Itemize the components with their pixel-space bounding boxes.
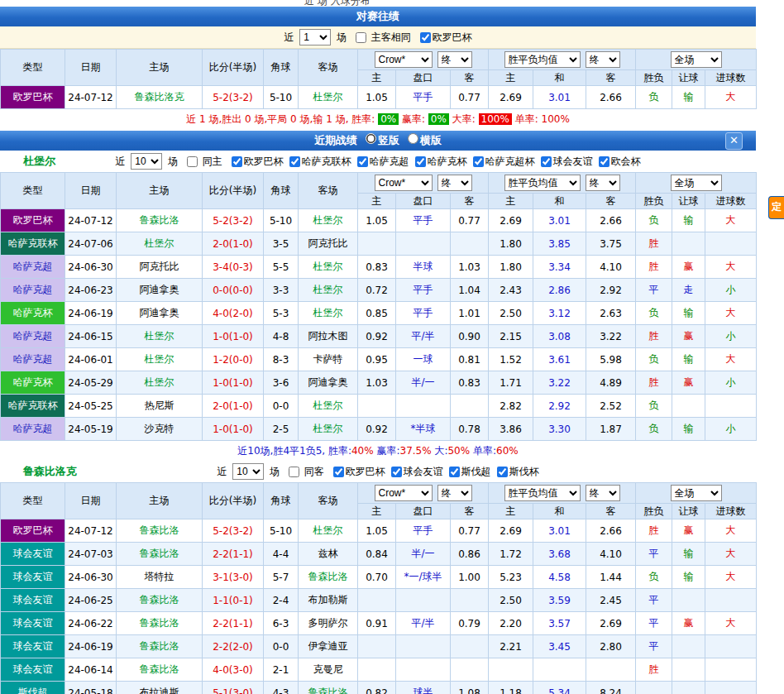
view-horizontal-radio[interactable]: 横版 (399, 133, 442, 148)
home-team[interactable]: 鲁森比洛 (117, 612, 203, 635)
same-venue-checkbox[interactable] (289, 467, 299, 477)
odds-final-select[interactable]: 终 (586, 485, 620, 501)
league-filter-checkbox[interactable] (599, 156, 610, 167)
same-venue-checkbox[interactable] (187, 156, 198, 167)
away-team[interactable]: 杜堡尔 (299, 86, 358, 109)
same-venue-label: 同客 (301, 465, 327, 479)
team2-name[interactable]: 鲁森比洛克 (23, 464, 77, 479)
away-team[interactable]: 兹林 (299, 543, 358, 566)
away-team[interactable]: 伊拿迪亚 (299, 635, 358, 658)
home-team[interactable]: 鲁森比洛 (117, 589, 203, 612)
away-team[interactable]: 杜堡尔 (299, 395, 358, 418)
view-vertical-radio[interactable]: 竖版 (357, 133, 399, 148)
league-filter-checkbox[interactable] (289, 156, 300, 167)
league-cell[interactable]: 哈萨克联杯 (1, 232, 65, 256)
home-team[interactable]: 鲁森比洛 (117, 543, 203, 566)
league-cell[interactable]: 球会友谊 (1, 635, 65, 658)
odds-company-select[interactable]: Crow* (375, 51, 433, 68)
league-filter-checkbox[interactable] (415, 156, 426, 167)
home-team[interactable]: 布拉迪斯 (117, 682, 203, 694)
ah-final-select[interactable]: 终 (437, 485, 472, 501)
odds-mode-select[interactable]: 胜平负均值 (504, 485, 581, 501)
league-cell[interactable]: 哈萨克联杯 (1, 395, 65, 418)
league-cell[interactable]: 欧罗巴杯 (1, 209, 65, 232)
away-team[interactable]: 阿克托比 (299, 232, 358, 256)
league-cell[interactable]: 球会友谊 (1, 658, 65, 682)
team1-name[interactable]: 杜堡尔 (23, 154, 55, 169)
league-filter-checkbox[interactable] (497, 467, 508, 477)
away-team[interactable]: 阿拉木图 (299, 325, 358, 348)
home-team[interactable]: 热尼斯 (117, 395, 203, 418)
league-filter-checkbox[interactable] (473, 156, 484, 167)
ah-final-select[interactable]: 终 (437, 175, 472, 191)
home-team[interactable]: 鲁森比洛 (117, 658, 203, 682)
away-team[interactable]: 杜堡尔 (299, 302, 358, 325)
league-cell[interactable]: 欧罗巴杯 (1, 519, 65, 543)
home-team[interactable]: 阿克托比 (117, 256, 203, 279)
league-filter-checkbox[interactable] (232, 156, 242, 167)
league-filter-checkbox[interactable] (333, 467, 344, 477)
ah-final-select[interactable]: 终 (437, 51, 472, 68)
league-cell[interactable]: 哈萨克超 (1, 256, 65, 279)
away-team[interactable]: 克曼尼 (299, 658, 358, 682)
close-button[interactable]: ✕ (725, 132, 743, 150)
recent-count-select[interactable]: 1 (299, 29, 331, 45)
recent-count-select[interactable]: 10 (232, 463, 264, 480)
league-cell[interactable]: 哈萨克杯 (1, 302, 65, 325)
odds-company-select[interactable]: Crow* (375, 175, 433, 191)
league-cell[interactable]: 球会友谊 (1, 612, 65, 635)
horizontal-radio-input[interactable] (408, 133, 418, 144)
home-team[interactable]: 鲁森比洛克 (117, 86, 203, 109)
vertical-radio-input[interactable] (366, 133, 376, 144)
away-team[interactable]: 鲁森比洛 (299, 566, 358, 589)
home-team[interactable]: 阿迪拿奥 (117, 302, 203, 325)
odds-final-select[interactable]: 终 (586, 51, 620, 68)
league-cell[interactable]: 斯伐超 (1, 682, 65, 694)
scope-select[interactable]: 全场 (671, 175, 722, 191)
home-team[interactable]: 鲁森比洛 (117, 635, 203, 658)
odds-mode-select[interactable]: 胜平负均值 (504, 175, 581, 191)
floating-side-tab[interactable]: 定 (768, 196, 784, 219)
odds-final-select[interactable]: 终 (586, 175, 620, 191)
home-team[interactable]: 杜堡尔 (117, 371, 203, 395)
away-team[interactable]: 卡萨特 (299, 348, 358, 371)
league-cell[interactable]: 哈萨克超 (1, 348, 65, 371)
league-filter-checkbox[interactable] (449, 467, 460, 477)
away-team[interactable]: 鲁森比洛 (299, 682, 358, 694)
home-team[interactable]: 阿迪拿奥 (117, 279, 203, 302)
column-header: 客场 (299, 173, 358, 209)
odds-mode-select[interactable]: 胜平负均值 (504, 51, 581, 68)
away-team[interactable]: 杜堡尔 (299, 209, 358, 232)
league-cell[interactable]: 哈萨克超 (1, 279, 65, 302)
home-team[interactable]: 鲁森比洛 (117, 519, 203, 543)
home-team[interactable]: 鲁森比洛 (117, 209, 203, 232)
league-cell[interactable]: 哈萨克超 (1, 418, 65, 441)
recent-count-select[interactable]: 10 (131, 153, 162, 170)
league-cell[interactable]: 欧罗巴杯 (1, 86, 65, 109)
away-team[interactable]: 杜堡尔 (299, 418, 358, 441)
league-cell[interactable]: 球会友谊 (1, 543, 65, 566)
home-team[interactable]: 杜堡尔 (117, 348, 203, 371)
away-team[interactable]: 阿迪拿奥 (299, 371, 358, 395)
league-cell[interactable]: 哈萨克杯 (1, 371, 65, 395)
home-team[interactable]: 沙克特 (117, 418, 203, 441)
scope-select[interactable]: 全场 (671, 485, 722, 501)
odds-company-select[interactable]: Crow* (375, 485, 433, 501)
league-filter-checkbox[interactable] (391, 467, 402, 477)
scope-select[interactable]: 全场 (671, 51, 722, 68)
home-team[interactable]: 杜堡尔 (117, 232, 203, 256)
away-team[interactable]: 多明萨尔 (299, 612, 358, 635)
league-filter-checkbox[interactable] (420, 32, 431, 43)
away-team[interactable]: 布加勒斯 (299, 589, 358, 612)
league-filter-checkbox[interactable] (357, 156, 368, 167)
league-cell[interactable]: 哈萨克超 (1, 325, 65, 348)
away-team[interactable]: 杜堡尔 (299, 519, 358, 543)
league-cell[interactable]: 球会友谊 (1, 589, 65, 612)
home-team[interactable]: 塔特拉 (117, 566, 203, 589)
away-team[interactable]: 杜堡尔 (299, 279, 358, 302)
home-team[interactable]: 杜堡尔 (117, 325, 203, 348)
away-team[interactable]: 杜堡尔 (299, 256, 358, 279)
same-venue-checkbox[interactable] (356, 32, 366, 43)
league-filter-checkbox[interactable] (541, 156, 552, 167)
league-cell[interactable]: 球会友谊 (1, 566, 65, 589)
